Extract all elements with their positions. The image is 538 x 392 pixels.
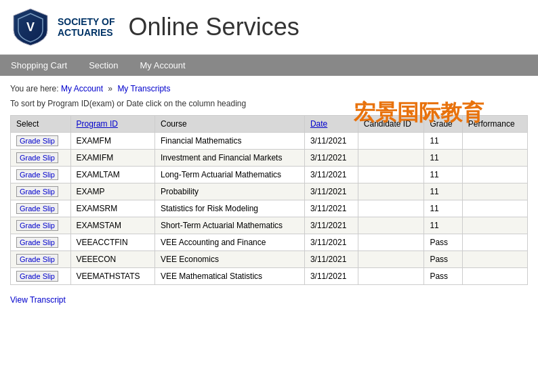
nav-my-account[interactable]: My Account [129, 55, 196, 76]
view-transcript-link[interactable]: View Transcript [10, 295, 66, 305]
grade-slip-link[interactable]: Grade Slip [16, 237, 58, 248]
performance-cell [462, 133, 527, 150]
col-performance: Performance [462, 116, 527, 133]
date-cell: 3/11/2021 [304, 251, 358, 268]
breadcrumb-section: You are here: My Account » My Transcript… [0, 76, 538, 96]
col-program-id-sort-link[interactable]: Program ID [77, 119, 118, 129]
grade-slip-cell: Grade Slip [11, 200, 71, 217]
course-cell: Statistics for Risk Modeling [155, 200, 305, 217]
performance-cell [462, 234, 527, 251]
course-cell: Probability [155, 183, 305, 200]
grade-cell: 11 [424, 200, 462, 217]
grade-slip-link[interactable]: Grade Slip [16, 271, 58, 282]
candidate-id-cell [358, 251, 424, 268]
col-grade: Grade [424, 116, 462, 133]
grade-slip-link[interactable]: Grade Slip [16, 169, 58, 180]
col-date-sort-link[interactable]: Date [310, 119, 327, 129]
svg-text:V: V [26, 20, 35, 34]
table-header-row: Select Program ID Course Date Candidate … [11, 116, 528, 133]
grade-slip-link[interactable]: Grade Slip [16, 203, 58, 214]
program-id-cell: EXAMLTAM [70, 167, 154, 183]
grade-slip-link[interactable]: Grade Slip [16, 220, 58, 231]
candidate-id-cell [358, 183, 424, 200]
performance-cell [462, 268, 527, 285]
date-cell: 3/11/2021 [304, 200, 358, 217]
view-transcript-section: View Transcript [0, 285, 538, 314]
grade-cell: Pass [424, 268, 462, 285]
col-select: Select [11, 116, 71, 133]
grade-cell: 11 [424, 150, 462, 167]
table-row: Grade SlipEXAMSRMStatistics for Risk Mod… [11, 200, 528, 217]
program-id-cell: VEEACCTFIN [70, 234, 154, 251]
date-cell: 3/11/2021 [304, 234, 358, 251]
transcripts-table: Select Program ID Course Date Candidate … [10, 115, 528, 285]
program-id-cell: EXAMSRM [70, 200, 154, 217]
candidate-id-cell [358, 234, 424, 251]
grade-slip-cell: Grade Slip [11, 234, 71, 251]
logo: V SOCIETY OF ACTUARIES [10, 7, 115, 47]
table-row: Grade SlipVEEECONVEE Economics3/11/2021P… [11, 251, 528, 268]
program-id-cell: VEEMATHSTATS [70, 268, 154, 285]
grade-slip-cell: Grade Slip [11, 150, 71, 167]
course-cell: VEE Accounting and Finance [155, 234, 305, 251]
date-cell: 3/11/2021 [304, 217, 358, 234]
performance-cell [462, 150, 527, 167]
col-program-id[interactable]: Program ID [70, 116, 154, 133]
course-cell: Financial Mathematics [155, 133, 305, 150]
program-id-cell: EXAMIFM [70, 150, 154, 167]
logo-text: SOCIETY OF ACTUARIES [58, 16, 115, 38]
candidate-id-cell [358, 133, 424, 150]
transcripts-table-container: Select Program ID Course Date Candidate … [0, 115, 538, 285]
grade-slip-link[interactable]: Grade Slip [16, 186, 58, 197]
candidate-id-cell [358, 167, 424, 183]
program-id-cell: EXAMSTAM [70, 217, 154, 234]
table-row: Grade SlipVEEACCTFINVEE Accounting and F… [11, 234, 528, 251]
grade-slip-link[interactable]: Grade Slip [16, 152, 58, 163]
grade-slip-cell: Grade Slip [11, 268, 71, 285]
date-cell: 3/11/2021 [304, 150, 358, 167]
grade-slip-cell: Grade Slip [11, 217, 71, 234]
main-nav: Shopping Cart Section My Account [0, 55, 538, 76]
grade-cell: Pass [424, 234, 462, 251]
col-course: Course [155, 116, 305, 133]
performance-cell [462, 251, 527, 268]
candidate-id-cell [358, 217, 424, 234]
program-id-cell: VEEECON [70, 251, 154, 268]
breadcrumb: You are here: My Account » My Transcript… [10, 84, 528, 93]
program-id-cell: EXAMFM [70, 133, 154, 150]
performance-cell [462, 167, 527, 183]
grade-slip-cell: Grade Slip [11, 183, 71, 200]
performance-cell [462, 183, 527, 200]
table-row: Grade SlipEXAMPProbability3/11/202111 [11, 183, 528, 200]
course-cell: Short-Term Actuarial Mathematics [155, 217, 305, 234]
course-cell: VEE Economics [155, 251, 305, 268]
grade-slip-cell: Grade Slip [11, 167, 71, 183]
candidate-id-cell [358, 268, 424, 285]
nav-section[interactable]: Section [78, 55, 129, 76]
breadcrumb-my-account-link[interactable]: My Account [61, 84, 103, 93]
breadcrumb-prefix: You are here: [10, 84, 59, 93]
date-cell: 3/11/2021 [304, 268, 358, 285]
grade-cell: 11 [424, 217, 462, 234]
table-row: Grade SlipEXAMLTAMLong-Term Actuarial Ma… [11, 167, 528, 183]
grade-slip-link[interactable]: Grade Slip [16, 135, 58, 146]
candidate-id-cell [358, 200, 424, 217]
table-row: Grade SlipEXAMSTAMShort-Term Actuarial M… [11, 217, 528, 234]
col-date[interactable]: Date [304, 116, 358, 133]
breadcrumb-my-transcripts-link[interactable]: My Transcripts [117, 84, 170, 93]
grade-cell: 11 [424, 167, 462, 183]
course-cell: Investment and Financial Markets [155, 150, 305, 167]
grade-cell: Pass [424, 251, 462, 268]
grade-slip-link[interactable]: Grade Slip [16, 254, 58, 265]
sort-hint: To sort by Program ID(exam) or Date clic… [0, 96, 538, 115]
grade-slip-cell: Grade Slip [11, 133, 71, 150]
grade-cell: 11 [424, 133, 462, 150]
program-id-cell: EXAMP [70, 183, 154, 200]
course-cell: Long-Term Actuarial Mathematics [155, 167, 305, 183]
performance-cell [462, 217, 527, 234]
table-row: Grade SlipEXAMFMFinancial Mathematics3/1… [11, 133, 528, 150]
grade-slip-cell: Grade Slip [11, 251, 71, 268]
table-row: Grade SlipVEEMATHSTATSVEE Mathematical S… [11, 268, 528, 285]
course-cell: VEE Mathematical Statistics [155, 268, 305, 285]
nav-shopping-cart[interactable]: Shopping Cart [0, 55, 78, 76]
